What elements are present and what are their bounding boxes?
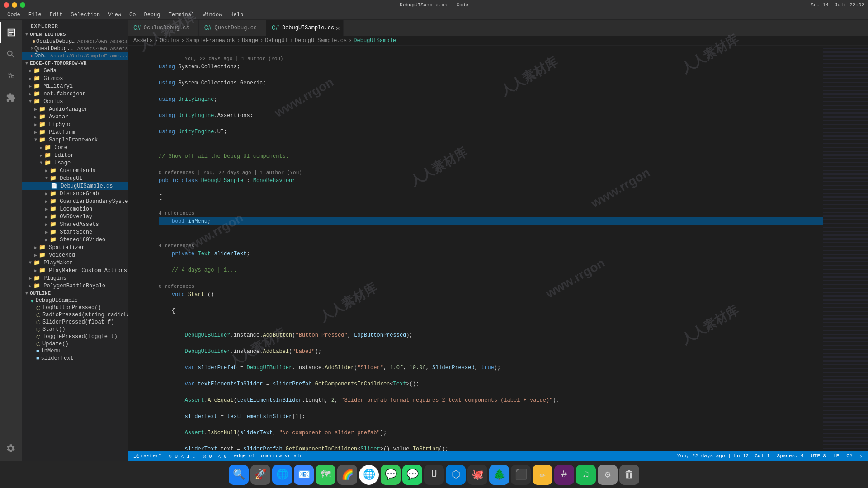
tree-debug-ui[interactable]: ▼ 📁 DebugUI xyxy=(22,174,128,182)
tree-audio-manager[interactable]: ▶ 📁 AudioManager xyxy=(22,105,128,113)
outline-debug-ui-sample[interactable]: ◆ DebugUISample xyxy=(22,297,128,304)
dock-spotify[interactable]: ♫ xyxy=(576,465,596,485)
dock-vscode[interactable]: ⬡ xyxy=(446,465,466,485)
tree-platform[interactable]: ▶ 📁 Platform xyxy=(22,128,128,136)
tree-debug-ui-sample[interactable]: 📄 DebugUISample.cs xyxy=(22,182,128,190)
outline-in-menu[interactable]: ■ inMenu xyxy=(22,347,128,355)
menu-help[interactable]: Help xyxy=(226,11,247,19)
maximize-button[interactable] xyxy=(20,2,25,8)
dock-trash[interactable]: 🗑 xyxy=(619,465,639,485)
minimize-button[interactable] xyxy=(12,2,17,8)
status-branch[interactable]: ⎇ master* xyxy=(132,453,163,459)
tree-usage[interactable]: ▼ 📁 Usage xyxy=(22,159,128,167)
tree-shared-assets[interactable]: ▶ 📁 SharedAssets xyxy=(22,221,128,228)
bc-file[interactable]: DebugUISample.cs xyxy=(295,38,347,44)
status-lightning[interactable]: ⚡ xyxy=(858,453,864,459)
bc-oculus[interactable]: Oculus xyxy=(160,38,179,44)
dock-iterm[interactable]: ⬛ xyxy=(511,465,531,485)
tree-editor[interactable]: ▶ 📁 Editor xyxy=(22,151,128,159)
tree-oculus[interactable]: ▼ 📁 Oculus xyxy=(22,98,128,105)
dock-slack[interactable]: # xyxy=(554,465,574,485)
outline-toggle-pressed[interactable]: ⬡ TogglePressed(Toggle t) xyxy=(22,333,128,340)
dock-safari[interactable]: 🌐 xyxy=(272,465,292,485)
dock-unity[interactable]: U xyxy=(424,465,444,485)
status-errors[interactable]: ◎ 0 △ 0 xyxy=(201,453,229,459)
tree-locomotion[interactable]: ▶ 📁 Locomotion xyxy=(22,205,128,213)
status-spaces[interactable]: Spaces: 4 xyxy=(775,453,806,459)
outline-start[interactable]: ⬡ Start() xyxy=(22,326,128,333)
open-editors-section[interactable]: ▼ OPEN EDITORS xyxy=(22,31,128,38)
bc-assets[interactable]: Assets xyxy=(133,38,153,44)
bc-sample-framework[interactable]: SampleFramework xyxy=(186,38,235,44)
tree-start-scene[interactable]: ▶ 📁 StartScene xyxy=(22,228,128,236)
menu-edit[interactable]: Edit xyxy=(46,11,66,19)
bc-usage[interactable]: Usage xyxy=(242,38,258,44)
code-content[interactable]: You, 22 days ago | 1 author (You) using … xyxy=(151,46,823,451)
status-sync[interactable]: ⊙ 0 △ 1 ↓ xyxy=(167,453,197,459)
tree-guardian-boundary[interactable]: ▶ 📁 GuardianBoundarySystem xyxy=(22,197,128,205)
bc-class[interactable]: DebugUISample xyxy=(354,38,396,44)
open-editor-debug-ui-sample[interactable]: ✕ DebugUISample.cs Assets/Ocls/SampleFra… xyxy=(22,52,128,60)
status-encoding[interactable]: UTF-8 xyxy=(809,453,828,459)
menu-window[interactable]: Window xyxy=(199,11,226,19)
tree-gizmos[interactable]: ▶ 📁 Gizmos xyxy=(22,75,128,82)
tree-core[interactable]: ▶ 📁 Core xyxy=(22,144,128,151)
activity-explorer[interactable] xyxy=(0,22,22,43)
dock-sourcetree[interactable]: 🌲 xyxy=(489,465,509,485)
menu-selection[interactable]: Selection xyxy=(67,11,104,19)
outline-update[interactable]: ⬡ Update() xyxy=(22,340,128,347)
window-controls[interactable] xyxy=(4,2,25,8)
status-language[interactable]: C# xyxy=(844,453,854,459)
open-editor-oculus-debug[interactable]: OculusDebug.cs Assets/Own Assets xyxy=(22,38,128,45)
status-position[interactable]: You, 22 days ago | Ln 12, Col 1 xyxy=(675,453,772,459)
dock-maps[interactable]: 🗺 xyxy=(316,465,335,485)
tree-plugins[interactable]: ▶ 📁 Plugins xyxy=(22,274,128,282)
menu-file[interactable]: File xyxy=(25,11,45,19)
bc-debug-ui[interactable]: DebugUI xyxy=(265,38,288,44)
tree-distance-grab[interactable]: ▶ 📁 DistanceGrab xyxy=(22,190,128,197)
activity-settings[interactable] xyxy=(0,437,22,459)
tree-gena[interactable]: ▶ 📁 GeNa xyxy=(22,67,128,75)
tree-military1[interactable]: ▶ 📁 Military1 xyxy=(22,82,128,90)
open-editor-quest-debug[interactable]: M QuestDebug.cs Assets/Own Assets xyxy=(22,45,128,52)
dock-whatsapp[interactable]: 💬 xyxy=(402,465,422,485)
activity-search[interactable] xyxy=(0,43,22,65)
outline-log-btn[interactable]: ⬡ LogButtonPressed() xyxy=(22,304,128,311)
tree-playmaker-actions[interactable]: ▶ 📁 PlayMaker Custom Actions xyxy=(22,267,128,274)
tree-spatializer[interactable]: ▶ 📁 Spatializer xyxy=(22,244,128,251)
dock-finder[interactable]: 🔍 xyxy=(229,465,249,485)
close-button[interactable] xyxy=(4,2,9,8)
dock-messages[interactable]: 💬 xyxy=(381,465,401,485)
dock-chrome[interactable]: 🌐 xyxy=(359,465,379,485)
tree-net-fabrejean[interactable]: ▶ 📁 net.fabrejean xyxy=(22,90,128,98)
tree-lip-sync[interactable]: ▶ 📁 LipSync xyxy=(22,121,128,128)
outline-slider-text[interactable]: ■ sliderText xyxy=(22,355,128,362)
tree-voicemod[interactable]: ▶ 📁 VoiceMod xyxy=(22,251,128,259)
status-project[interactable]: edge-of-tomorrow-vr.aln xyxy=(232,453,305,459)
project-section[interactable]: ▼ EDGE-OF-TOMORROW-VR xyxy=(22,60,128,67)
menu-go[interactable]: Go xyxy=(126,11,139,19)
activity-extensions[interactable] xyxy=(0,87,22,108)
dock-mail[interactable]: 📧 xyxy=(294,465,314,485)
tab-debug-ui-sample[interactable]: C# DebugUISample.cs ✕ xyxy=(266,20,344,36)
menu-view[interactable]: View xyxy=(104,11,125,19)
menu-code[interactable]: Code xyxy=(4,11,24,19)
menu-terminal[interactable]: Terminal xyxy=(165,11,198,19)
activity-source-control[interactable] xyxy=(0,65,22,87)
tree-ovr-overlay[interactable]: ▶ 📁 OVROverlay xyxy=(22,213,128,221)
dock-github[interactable]: 🐙 xyxy=(467,465,487,485)
status-eol[interactable]: LF xyxy=(831,453,841,459)
tree-playmaker[interactable]: ▼ 📁 PlayMaker xyxy=(22,259,128,267)
tree-stereo-video[interactable]: ▶ 📁 Stereo180Video xyxy=(22,236,128,244)
dock-system-prefs[interactable]: ⚙ xyxy=(598,465,618,485)
outline-radio-pressed[interactable]: ⬡ RadioPressed(string radioLabel, string… xyxy=(22,311,128,319)
dock-launchpad[interactable]: 🚀 xyxy=(250,465,270,485)
dock-photos[interactable]: 🌈 xyxy=(337,465,357,485)
menu-debug[interactable]: Debug xyxy=(140,11,164,19)
outline-section[interactable]: ▼ OUTLINE xyxy=(22,290,128,297)
outline-slider-pressed[interactable]: ⬡ SliderPressed(float f) xyxy=(22,319,128,326)
tree-polygon[interactable]: ▶ 📁 PolygonBattleRoyale xyxy=(22,282,128,290)
tree-sample-framework[interactable]: ▼ 📁 SampleFramework xyxy=(22,136,128,144)
tab-quest-debug[interactable]: C# QuestDebug.cs xyxy=(199,20,266,36)
dock-sketch[interactable]: ✏ xyxy=(533,465,552,485)
